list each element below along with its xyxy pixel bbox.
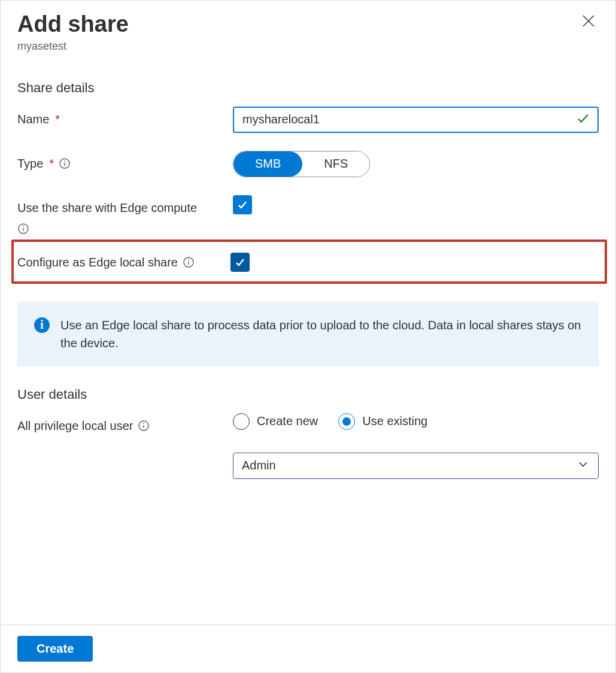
type-row: Type * SMB NFS	[17, 151, 599, 177]
chevron-down-icon	[577, 458, 589, 473]
svg-point-13	[144, 423, 145, 424]
valid-check-icon	[576, 111, 590, 128]
radio-label-create: Create new	[257, 414, 318, 428]
radio-icon	[338, 413, 355, 430]
local-user-select-value: Admin	[242, 459, 276, 472]
svg-point-10	[188, 259, 189, 260]
radio-label-existing: Use existing	[362, 414, 427, 428]
radio-icon	[233, 413, 250, 430]
close-icon	[582, 14, 595, 29]
name-row: Name *	[17, 107, 599, 133]
type-option-nfs[interactable]: NFS	[302, 151, 369, 177]
radio-use-existing[interactable]: Use existing	[338, 413, 427, 430]
panel-subtitle: myasetest	[17, 40, 129, 53]
info-banner: i Use an Edge local share to process dat…	[17, 302, 599, 366]
type-option-smb[interactable]: SMB	[233, 151, 302, 177]
edge-local-label: Configure as Edge local share	[17, 253, 230, 271]
name-control	[233, 107, 599, 133]
name-input[interactable]	[233, 107, 599, 133]
add-share-panel: Add share myasetest Share details Name *	[0, 0, 616, 673]
blank-label	[17, 453, 233, 456]
share-details-heading: Share details	[17, 80, 599, 96]
edge-compute-row: Use the share with Edge compute	[17, 195, 599, 235]
local-user-control: Create new Use existing	[233, 413, 599, 430]
edge-local-control	[230, 253, 599, 272]
svg-point-7	[23, 226, 24, 227]
local-user-label: All privilege local user	[17, 413, 233, 435]
info-icon[interactable]	[183, 256, 195, 268]
radio-create-new[interactable]: Create new	[233, 413, 318, 430]
local-user-select-control: Admin	[233, 453, 599, 479]
required-asterisk: *	[55, 110, 60, 128]
local-user-row: All privilege local user Create new Use …	[17, 413, 599, 435]
panel-title: Add share	[17, 11, 129, 38]
type-label: Type *	[17, 151, 233, 172]
user-details-heading: User details	[17, 387, 599, 402]
local-user-radio-group: Create new Use existing	[233, 413, 599, 430]
edge-compute-checkbox[interactable]	[233, 195, 252, 214]
panel-footer: Create	[1, 625, 615, 672]
edge-local-checkbox[interactable]	[230, 253, 250, 272]
type-control: SMB NFS	[233, 151, 599, 177]
edge-local-row-highlight: Configure as Edge local share	[11, 240, 607, 284]
panel-header: Add share myasetest	[1, 1, 615, 57]
edge-compute-control	[233, 195, 599, 214]
create-button[interactable]: Create	[17, 636, 93, 662]
info-banner-text: Use an Edge local share to process data …	[60, 316, 582, 352]
info-icon[interactable]	[17, 223, 29, 235]
edge-compute-label: Use the share with Edge compute	[17, 195, 233, 235]
name-label: Name *	[17, 107, 233, 128]
close-button[interactable]	[578, 11, 599, 32]
local-user-select-row: Admin	[17, 453, 599, 479]
info-icon[interactable]	[59, 157, 71, 169]
info-banner-icon: i	[34, 317, 50, 333]
local-user-select[interactable]: Admin	[233, 453, 599, 479]
type-toggle: SMB NFS	[233, 151, 370, 177]
info-icon[interactable]	[138, 420, 150, 432]
required-asterisk: *	[49, 154, 54, 172]
panel-content: Share details Name * T	[1, 57, 615, 625]
svg-point-4	[64, 160, 65, 162]
header-text: Add share myasetest	[17, 11, 129, 53]
